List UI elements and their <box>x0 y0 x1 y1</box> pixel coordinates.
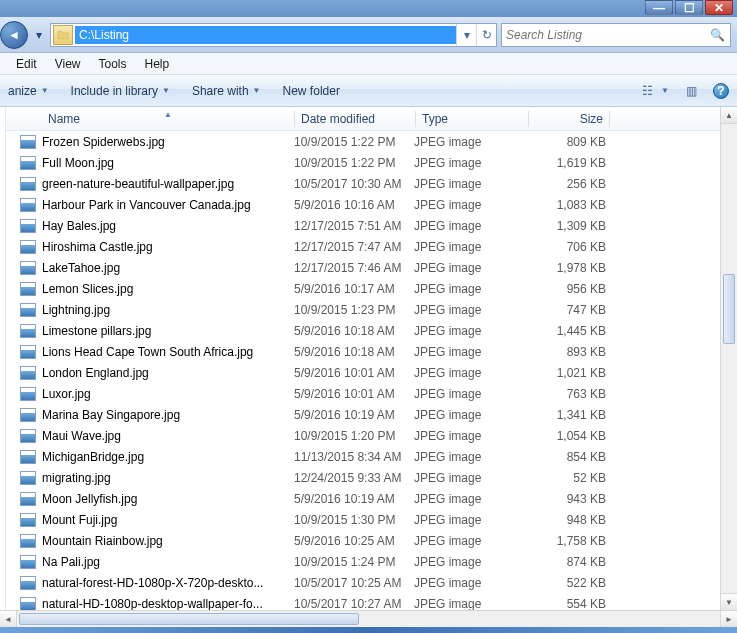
scroll-thumb[interactable] <box>19 613 359 625</box>
file-date-cell: 5/9/2016 10:01 AM <box>294 366 414 380</box>
file-name-cell: Full Moon.jpg <box>42 156 294 170</box>
table-row[interactable]: Luxor.jpg5/9/2016 10:01 AMJPEG image763 … <box>6 383 720 404</box>
table-row[interactable]: London England.jpg5/9/2016 10:01 AMJPEG … <box>6 362 720 383</box>
file-type-cell: JPEG image <box>414 534 526 548</box>
organize-button[interactable]: anize ▼ <box>8 84 49 98</box>
image-file-icon <box>20 282 36 296</box>
column-header-name[interactable]: ▲ Name <box>42 112 294 126</box>
scroll-track[interactable] <box>721 124 737 593</box>
minimize-icon: — <box>653 1 665 15</box>
file-type-cell: JPEG image <box>414 429 526 443</box>
close-button[interactable]: ✕ <box>705 0 733 15</box>
file-type-cell: JPEG image <box>414 282 526 296</box>
file-size-cell: 948 KB <box>526 513 606 527</box>
file-name-cell: London England.jpg <box>42 366 294 380</box>
file-date-cell: 10/9/2015 1:23 PM <box>294 303 414 317</box>
help-icon: ? <box>717 84 724 98</box>
table-row[interactable]: natural-HD-1080p-desktop-wallpaper-fo...… <box>6 593 720 610</box>
menu-view[interactable]: View <box>55 57 81 71</box>
maximize-button[interactable]: ☐ <box>675 0 703 15</box>
chevron-down-icon: ▼ <box>41 86 49 95</box>
back-button[interactable]: ◄ <box>0 21 28 49</box>
table-row[interactable]: Frozen Spiderwebs.jpg10/9/2015 1:22 PMJP… <box>6 131 720 152</box>
file-type-cell: JPEG image <box>414 345 526 359</box>
table-row[interactable]: migrating.jpg12/24/2015 9:33 AMJPEG imag… <box>6 467 720 488</box>
new-folder-button[interactable]: New folder <box>283 84 340 98</box>
column-separator[interactable] <box>609 111 610 127</box>
file-name-cell: Moon Jellyfish.jpg <box>42 492 294 506</box>
include-in-library-button[interactable]: Include in library ▼ <box>71 84 170 98</box>
folder-icon <box>53 25 73 45</box>
chevron-down-icon: ▾ <box>36 28 42 42</box>
file-size-cell: 1,341 KB <box>526 408 606 422</box>
file-date-cell: 5/9/2016 10:16 AM <box>294 198 414 212</box>
organize-label: anize <box>8 84 37 98</box>
table-row[interactable]: Maui Wave.jpg10/9/2015 1:20 PMJPEG image… <box>6 425 720 446</box>
table-row[interactable]: Lions Head Cape Town South Africa.jpg5/9… <box>6 341 720 362</box>
table-row[interactable]: Limestone pillars.jpg5/9/2016 10:18 AMJP… <box>6 320 720 341</box>
image-file-icon <box>20 324 36 338</box>
views-button[interactable]: ☷ ▼ <box>637 81 669 101</box>
file-name-cell: Hiroshima Castle.jpg <box>42 240 294 254</box>
file-size-cell: 1,978 KB <box>526 261 606 275</box>
column-header-type[interactable]: Type <box>416 112 528 126</box>
table-row[interactable]: Moon Jellyfish.jpg5/9/2016 10:19 AMJPEG … <box>6 488 720 509</box>
search-input[interactable] <box>506 28 710 42</box>
file-name-cell: natural-HD-1080p-desktop-wallpaper-fo... <box>42 597 294 611</box>
column-header-size[interactable]: Size <box>529 112 609 126</box>
address-bar[interactable]: ▾ ↻ <box>50 23 497 47</box>
minimize-button[interactable]: — <box>645 0 673 15</box>
address-dropdown[interactable]: ▾ <box>456 24 476 46</box>
file-name-cell: Frozen Spiderwebs.jpg <box>42 135 294 149</box>
share-with-button[interactable]: Share with ▼ <box>192 84 261 98</box>
file-size-cell: 522 KB <box>526 576 606 590</box>
address-input[interactable] <box>75 26 456 44</box>
menu-help[interactable]: Help <box>145 57 170 71</box>
table-row[interactable]: MichiganBridge.jpg11/13/2015 8:34 AMJPEG… <box>6 446 720 467</box>
file-type-cell: JPEG image <box>414 471 526 485</box>
file-name-cell: Limestone pillars.jpg <box>42 324 294 338</box>
table-row[interactable]: Lightning.jpg10/9/2015 1:23 PMJPEG image… <box>6 299 720 320</box>
table-row[interactable]: Lemon Slices.jpg5/9/2016 10:17 AMJPEG im… <box>6 278 720 299</box>
chevron-down-icon: ▼ <box>661 86 669 95</box>
image-file-icon <box>20 450 36 464</box>
search-box[interactable]: 🔍 <box>501 23 731 47</box>
refresh-button[interactable]: ↻ <box>476 24 496 46</box>
scroll-up-button[interactable]: ▲ <box>721 107 737 124</box>
scroll-track[interactable] <box>17 611 720 627</box>
file-name-cell: natural-forest-HD-1080p-X-720p-deskto... <box>42 576 294 590</box>
image-file-icon <box>20 555 36 569</box>
help-button[interactable]: ? <box>713 83 729 99</box>
nav-history-dropdown[interactable]: ▾ <box>32 24 46 46</box>
scroll-thumb[interactable] <box>723 274 735 344</box>
table-row[interactable]: Hay Bales.jpg12/17/2015 7:51 AMJPEG imag… <box>6 215 720 236</box>
table-row[interactable]: Mountain Riainbow.jpg5/9/2016 10:25 AMJP… <box>6 530 720 551</box>
preview-pane-button[interactable]: ▥ <box>681 81 701 101</box>
file-type-cell: JPEG image <box>414 597 526 611</box>
table-row[interactable]: Na Pali.jpg10/9/2015 1:24 PMJPEG image87… <box>6 551 720 572</box>
column-header-date[interactable]: Date modified <box>295 112 415 126</box>
table-row[interactable]: LakeTahoe.jpg12/17/2015 7:46 AMJPEG imag… <box>6 257 720 278</box>
scroll-down-button[interactable]: ▼ <box>721 593 737 610</box>
scroll-right-button[interactable]: ► <box>720 611 737 627</box>
column-header-name-label: Name <box>48 112 80 126</box>
vertical-scrollbar[interactable]: ▲ ▼ <box>720 107 737 610</box>
file-size-cell: 956 KB <box>526 282 606 296</box>
menu-edit[interactable]: Edit <box>16 57 37 71</box>
table-row[interactable]: natural-forest-HD-1080p-X-720p-deskto...… <box>6 572 720 593</box>
file-type-cell: JPEG image <box>414 324 526 338</box>
horizontal-scrollbar[interactable]: ◄ ► <box>0 610 737 627</box>
image-file-icon <box>20 261 36 275</box>
file-type-cell: JPEG image <box>414 513 526 527</box>
table-row[interactable]: Marina Bay Singapore.jpg5/9/2016 10:19 A… <box>6 404 720 425</box>
scroll-left-button[interactable]: ◄ <box>0 611 17 627</box>
table-row[interactable]: Harbour Park in Vancouver Canada.jpg5/9/… <box>6 194 720 215</box>
menu-tools[interactable]: Tools <box>98 57 126 71</box>
table-row[interactable]: Mount Fuji.jpg10/9/2015 1:30 PMJPEG imag… <box>6 509 720 530</box>
table-row[interactable]: green-nature-beautiful-wallpaper.jpg10/5… <box>6 173 720 194</box>
table-row[interactable]: Hiroshima Castle.jpg12/17/2015 7:47 AMJP… <box>6 236 720 257</box>
file-date-cell: 10/5/2017 10:27 AM <box>294 597 414 611</box>
table-row[interactable]: Full Moon.jpg10/9/2015 1:22 PMJPEG image… <box>6 152 720 173</box>
image-file-icon <box>20 387 36 401</box>
file-rows: Frozen Spiderwebs.jpg10/9/2015 1:22 PMJP… <box>6 131 720 610</box>
